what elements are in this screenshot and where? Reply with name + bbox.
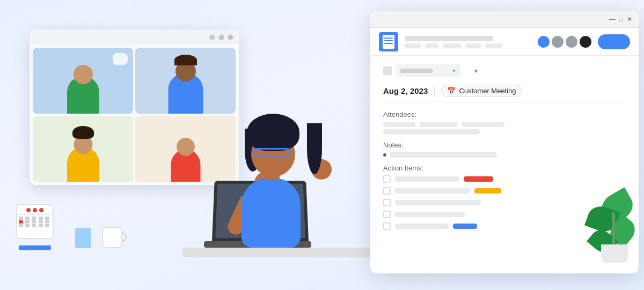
minimize-btn[interactable]: — bbox=[209, 34, 215, 40]
person1-head bbox=[74, 65, 93, 84]
attendee-chip-1 bbox=[383, 122, 415, 127]
doc-sidebar-toggle[interactable] bbox=[383, 66, 392, 75]
maximize-btn[interactable]: □ bbox=[218, 34, 224, 40]
docs-title-area bbox=[405, 36, 531, 48]
video-window-titlebar: — □ ✕ bbox=[30, 29, 239, 44]
small-doc-body bbox=[75, 228, 91, 248]
docs-collaborators bbox=[538, 36, 591, 48]
docs-menu-item-1[interactable] bbox=[405, 43, 421, 48]
small-doc-decoration bbox=[75, 228, 91, 248]
cal-day bbox=[25, 217, 30, 220]
docs-icon-line-1 bbox=[384, 38, 393, 39]
mug-body bbox=[102, 227, 122, 248]
woman-hair-side-right bbox=[307, 123, 322, 174]
date-divider bbox=[434, 86, 435, 96]
cal-day bbox=[19, 217, 23, 220]
docs-icon-line-2 bbox=[384, 40, 393, 41]
calendar-shadow bbox=[18, 246, 52, 250]
action-row-1 bbox=[383, 175, 626, 183]
cal-day bbox=[45, 217, 49, 220]
notes-line-1 bbox=[390, 152, 497, 158]
woman-glasses bbox=[253, 148, 291, 157]
docs-close-btn[interactable]: ✕ bbox=[627, 16, 632, 23]
doc-event-badge[interactable]: 📅 Customer Meeting bbox=[441, 85, 522, 97]
doc-date-event-row: Aug 2, 2023 📅 Customer Meeting bbox=[383, 85, 626, 103]
docs-maximize-btn[interactable]: □ bbox=[619, 16, 623, 23]
docs-menu-item-5[interactable] bbox=[485, 43, 502, 48]
cal-day bbox=[25, 224, 30, 227]
cal-ring-3 bbox=[39, 208, 43, 212]
cal-ring-1 bbox=[26, 208, 31, 212]
attendees-row-2 bbox=[383, 129, 626, 135]
docs-menu-item-3[interactable] bbox=[443, 43, 462, 48]
desk bbox=[182, 248, 386, 257]
cal-day bbox=[45, 220, 49, 224]
plant-decoration bbox=[580, 183, 644, 269]
action-line-5 bbox=[395, 224, 449, 229]
calendar-grid bbox=[17, 215, 53, 229]
cal-day bbox=[32, 217, 36, 220]
attendee-line-2 bbox=[383, 129, 480, 135]
action-checkbox-1[interactable] bbox=[383, 175, 391, 183]
docs-menu-row bbox=[405, 43, 531, 48]
docs-template-dropdown[interactable]: ▼ bbox=[396, 64, 460, 77]
action-checkbox-5[interactable] bbox=[383, 222, 391, 230]
plant-stem bbox=[612, 212, 615, 244]
plant-pot bbox=[601, 244, 628, 263]
action-checkbox-2[interactable] bbox=[383, 187, 391, 195]
bullet-icon bbox=[383, 153, 386, 157]
action-checkbox-4[interactable] bbox=[383, 211, 391, 218]
chevron-down-icon: ▼ bbox=[452, 69, 456, 73]
docs-title-placeholder bbox=[405, 36, 493, 41]
action-items-label: Action Items: bbox=[383, 164, 626, 172]
share-button[interactable] bbox=[598, 34, 630, 49]
cal-day bbox=[39, 220, 43, 224]
cal-day bbox=[19, 224, 23, 227]
cal-day bbox=[25, 220, 30, 224]
docs-icon-page bbox=[383, 35, 394, 49]
docs-dropdown-area: ▼ ▼ bbox=[383, 64, 626, 77]
mug-decoration bbox=[102, 227, 122, 248]
attendees-label: Attendees: bbox=[383, 110, 626, 118]
calendar-body bbox=[16, 204, 54, 239]
docs-menu-item-4[interactable] bbox=[466, 43, 481, 48]
docs-minimize-btn[interactable]: — bbox=[609, 16, 616, 23]
docs-titlebar: — □ ✕ bbox=[370, 11, 639, 28]
dropdown-label bbox=[400, 69, 433, 73]
attendees-row-1 bbox=[383, 122, 626, 127]
chevron-down-icon-2: ▼ bbox=[473, 68, 479, 74]
woman-figure bbox=[172, 54, 376, 289]
cal-ring-2 bbox=[33, 208, 37, 212]
mug-handle bbox=[121, 232, 127, 242]
action-line-1 bbox=[395, 176, 459, 182]
action-checkbox-3[interactable] bbox=[383, 199, 391, 206]
attendee-chip-3 bbox=[462, 122, 504, 127]
close-btn[interactable]: ✕ bbox=[228, 34, 233, 40]
cal-day bbox=[39, 217, 43, 220]
docs-menu-item-2[interactable] bbox=[425, 43, 438, 48]
video-cell-1 bbox=[33, 48, 133, 114]
person-1 bbox=[33, 48, 133, 114]
attendees-section: Attendees: bbox=[383, 110, 626, 135]
calendar-icon: 📅 bbox=[447, 87, 456, 95]
docs-app-icon bbox=[379, 32, 398, 51]
notes-section: Notes: bbox=[383, 141, 626, 158]
person-3 bbox=[33, 116, 133, 182]
docs-icon-line-3 bbox=[384, 43, 393, 44]
notes-label: Notes: bbox=[383, 141, 626, 149]
event-label: Customer Meeting bbox=[459, 87, 516, 95]
action-line-3 bbox=[395, 200, 481, 205]
calendar-decoration bbox=[16, 204, 59, 247]
cal-day bbox=[19, 220, 23, 224]
notes-bullet-row bbox=[383, 152, 626, 158]
collaborator-1 bbox=[538, 36, 550, 48]
collaborator-3 bbox=[566, 36, 577, 48]
action-tag-red bbox=[464, 176, 493, 182]
collaborator-4 bbox=[580, 36, 591, 48]
cal-day bbox=[32, 224, 36, 227]
collaborator-2 bbox=[552, 36, 564, 48]
woman-torso bbox=[241, 178, 301, 248]
action-tag-blue bbox=[453, 224, 477, 229]
calendar-top bbox=[17, 205, 53, 215]
woman-hair bbox=[247, 114, 299, 151]
